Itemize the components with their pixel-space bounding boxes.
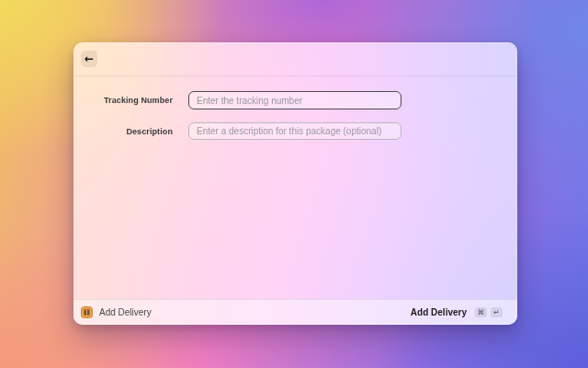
add-delivery-window: ← Tracking Number Description Add Delive… — [74, 42, 517, 325]
description-label: Description — [83, 122, 173, 140]
footer-window-title: Add Delivery — [99, 307, 152, 317]
return-key-icon: ↵ — [491, 307, 503, 317]
command-key-icon: ⌘ — [475, 307, 487, 317]
tracking-number-label: Tracking Number — [83, 91, 173, 109]
window-footer: Add Delivery Add Delivery ⌘ ↵ — [74, 299, 517, 325]
back-arrow-icon: ← — [85, 52, 94, 65]
description-row: Description — [74, 122, 517, 140]
tracking-number-input[interactable] — [188, 91, 401, 109]
back-button[interactable]: ← — [81, 51, 97, 67]
add-delivery-action-button[interactable]: Add Delivery — [411, 307, 467, 317]
tracking-number-row: Tracking Number — [74, 91, 517, 109]
description-input[interactable] — [188, 122, 401, 140]
package-icon — [81, 306, 93, 318]
window-header: ← — [74, 42, 517, 76]
footer-actions: Add Delivery ⌘ ↵ — [411, 307, 503, 317]
desktop-background: ← Tracking Number Description Add Delive… — [0, 0, 588, 368]
